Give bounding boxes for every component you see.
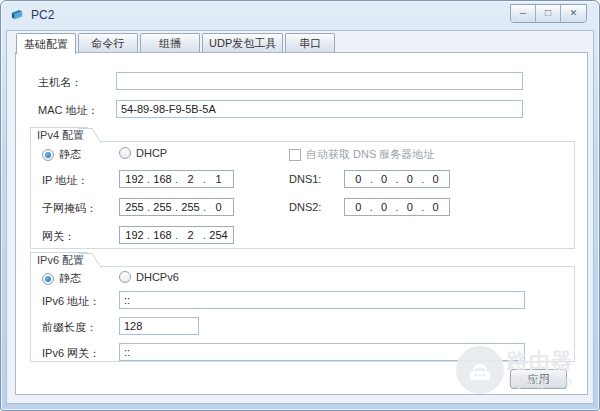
mac-input[interactable]: [116, 100, 523, 118]
ipv6-gateway-input[interactable]: [119, 343, 525, 361]
mac-label: MAC 地址：: [38, 103, 99, 118]
tab-strip: 基础配置 命令行 组播 UDP发包工具 串口: [16, 33, 337, 53]
ipv4-legend: IPv4 配置: [30, 127, 88, 142]
radio-unselected-icon: [119, 271, 131, 283]
maximize-button[interactable]: □: [536, 5, 561, 22]
app-icon: [10, 8, 25, 23]
auto-dns-checkbox[interactable]: 自动获取 DNS 服务器地址: [289, 147, 434, 162]
checkbox-unchecked-icon: [289, 149, 301, 161]
prefix-length-label: 前缀长度：: [42, 320, 97, 335]
dns2-label: DNS2:: [289, 201, 321, 213]
window-controls: ─ □ ✕: [510, 4, 587, 23]
close-icon: ✕: [570, 9, 578, 18]
gateway-label: 网关：: [42, 229, 75, 244]
dns2-input[interactable]: 0.0.0.0: [344, 198, 450, 216]
dns1-input[interactable]: 0.0.0.0: [344, 170, 450, 188]
tab-serial-port[interactable]: 串口: [285, 33, 335, 53]
apply-button[interactable]: 应用: [510, 369, 567, 389]
tab-basic-config[interactable]: 基础配置: [16, 33, 76, 54]
tab-multicast[interactable]: 组播: [140, 33, 200, 53]
hostname-input[interactable]: [116, 72, 523, 90]
radio-selected-icon: [42, 273, 54, 285]
basic-config-panel: 主机名： MAC 地址： IPv4 配置 静态 DHCP 自动获取 DNS 服务: [15, 52, 588, 395]
ipv6-address-label: IPv6 地址：: [42, 294, 100, 309]
dns1-label: DNS1:: [289, 173, 321, 185]
radio-unselected-icon: [119, 147, 131, 159]
gateway-input[interactable]: 192.168.2.254: [119, 226, 234, 244]
minimize-icon: ─: [520, 9, 526, 18]
window-title: PC2: [31, 8, 54, 22]
ipv4-static-radio[interactable]: 静态: [42, 147, 81, 162]
subnet-mask-input[interactable]: 255.255.255.0: [119, 198, 234, 216]
tab-command-line[interactable]: 命令行: [78, 33, 138, 53]
prefix-length-input[interactable]: [119, 317, 199, 335]
ipv4-groupbox: IPv4 配置 静态 DHCP 自动获取 DNS 服务器地址 IP 地址： 19…: [30, 141, 575, 249]
ip-address-input[interactable]: 192.168.2.1: [119, 170, 234, 188]
ipv6-static-radio[interactable]: 静态: [42, 271, 81, 286]
ipv6-dhcpv6-radio[interactable]: DHCPv6: [119, 271, 179, 283]
close-button[interactable]: ✕: [561, 5, 586, 22]
ipv6-groupbox: IPv6 配置 静态 DHCPv6 IPv6 地址： 前缀长度： IPv6 网关…: [30, 266, 575, 362]
ipv6-legend: IPv6 配置: [30, 252, 88, 267]
window-body: 基础配置 命令行 组播 UDP发包工具 串口 主机名： MAC 地址： IPv4…: [6, 30, 594, 404]
minimize-button[interactable]: ─: [511, 5, 536, 22]
tab-udp-tool[interactable]: UDP发包工具: [202, 33, 283, 53]
maximize-icon: □: [545, 8, 551, 18]
subnet-mask-label: 子网掩码：: [42, 201, 97, 216]
ipv4-dhcp-radio[interactable]: DHCP: [119, 147, 167, 159]
ip-address-label: IP 地址：: [42, 173, 88, 188]
radio-selected-icon: [42, 149, 54, 161]
ipv6-gateway-label: IPv6 网关：: [42, 346, 100, 361]
ipv6-address-input[interactable]: [119, 291, 525, 309]
pc-config-window: PC2 ─ □ ✕ 基础配置 命令行 组播 UDP发包工具 串口 主机名：: [0, 0, 600, 411]
hostname-label: 主机名：: [38, 75, 82, 90]
titlebar[interactable]: PC2 ─ □ ✕: [1, 1, 599, 29]
